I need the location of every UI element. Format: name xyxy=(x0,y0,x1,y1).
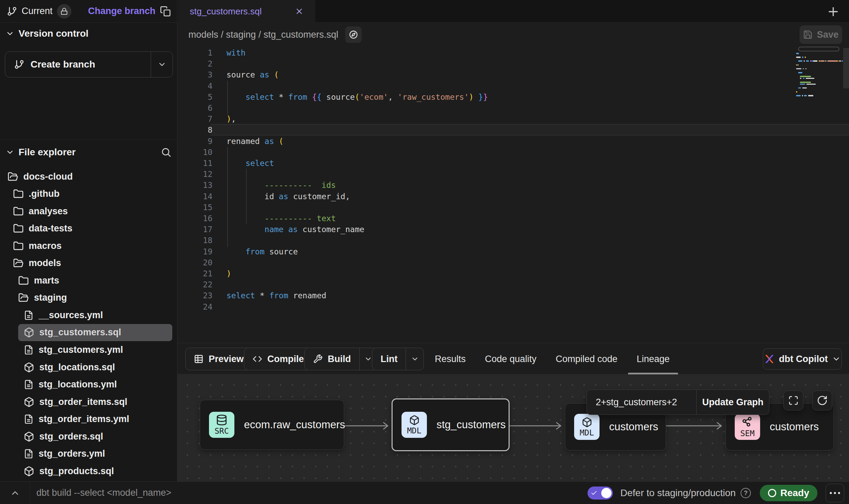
line-number: 15 xyxy=(184,202,212,213)
file-name: macros xyxy=(29,241,62,251)
line-number: 6 xyxy=(184,103,212,113)
lint-button[interactable]: Lint xyxy=(372,348,424,370)
status-badge-ready[interactable]: Ready xyxy=(760,485,817,501)
file-tree-item-analyses[interactable]: analyses xyxy=(8,203,173,220)
file-tree-item-stg-customers-yml[interactable]: stg_customers.yml xyxy=(18,341,173,359)
compile-button[interactable]: Compile xyxy=(244,348,313,370)
badge-label: MDL xyxy=(407,426,421,435)
lineage-selector-input[interactable]: 2+stg_customers+2 xyxy=(587,390,696,415)
code-line-3[interactable]: source as ( xyxy=(226,69,279,80)
minimap-viewport[interactable] xyxy=(798,47,839,51)
new-tab-button[interactable] xyxy=(826,5,840,19)
file-tree-item--sources-yml[interactable]: __sources.yml xyxy=(18,307,173,324)
file-tree-item-docs-cloud[interactable]: docs-cloud xyxy=(2,168,172,185)
file-name: stg_products.sql xyxy=(39,466,114,477)
save-button[interactable]: Save xyxy=(800,25,842,44)
file-tree-item-stg-order-items-yml[interactable]: stg_order_items.yml xyxy=(18,411,173,428)
line-number: 8 xyxy=(184,124,212,135)
fullscreen-icon xyxy=(788,395,799,406)
lineage-node-stg-customers[interactable]: MDLstg_customers xyxy=(392,398,510,451)
lineage-node-ecom-raw-customers[interactable]: SRCecom.raw_customers xyxy=(200,400,344,450)
line-number: 21 xyxy=(184,268,212,279)
close-icon[interactable] xyxy=(295,7,304,16)
current-line-highlight xyxy=(210,124,849,135)
refresh-graph-button[interactable] xyxy=(812,391,832,410)
editor-scrollbar-thumb[interactable] xyxy=(843,48,849,88)
line-number: 12 xyxy=(184,169,212,180)
panel-tab-code-quality[interactable]: Code quality xyxy=(485,343,536,375)
file-icon xyxy=(24,380,34,389)
cube-icon xyxy=(24,431,34,442)
file-explorer-header[interactable]: File explorer xyxy=(5,147,172,158)
code-line-23[interactable]: select * from renamed xyxy=(226,290,326,301)
file-name: docs-cloud xyxy=(23,171,73,182)
update-graph-button[interactable]: Update Graph xyxy=(696,390,769,415)
folder-icon xyxy=(13,189,24,199)
help-icon[interactable]: ? xyxy=(741,488,751,498)
code-line-19[interactable]: from source xyxy=(226,246,298,257)
code-line-7[interactable]: ), xyxy=(226,113,236,124)
folder-icon xyxy=(13,241,24,251)
change-branch-link[interactable]: Change branch xyxy=(88,6,155,16)
code-editor[interactable]: 123456789101112131415161718192021222324 … xyxy=(177,47,849,343)
preview-button[interactable]: Preview xyxy=(185,348,252,370)
panel-tab-results[interactable]: Results xyxy=(435,343,466,375)
node-type-badge: MDL xyxy=(402,412,427,438)
file-tree-item-stg-products-sql[interactable]: stg_products.sql xyxy=(18,463,173,480)
file-tree-item-marts[interactable]: marts xyxy=(13,272,172,289)
file-tree-item-stg-locations-sql[interactable]: stg_locations.sql xyxy=(18,359,173,376)
more-options-button[interactable] xyxy=(826,484,844,502)
code-line-21[interactable]: ) xyxy=(226,268,231,279)
code-line-17[interactable]: name as customer_name xyxy=(226,224,364,235)
node-type-badge: SRC xyxy=(209,412,234,438)
line-number: 7 xyxy=(184,113,212,124)
code-line-14[interactable]: id as customer_id, xyxy=(226,191,350,202)
line-number: 9 xyxy=(184,136,212,147)
copilot-compass-button[interactable] xyxy=(345,26,362,43)
file-tree-item-stg-locations-yml[interactable]: stg_locations.yml xyxy=(18,376,173,393)
code-line-5[interactable]: select * from {{ source('ecom', 'raw_cus… xyxy=(226,92,488,103)
branch-bar: Current Change branch xyxy=(0,0,177,23)
file-tree-item-data-tests[interactable]: data-tests xyxy=(8,220,173,237)
build-button[interactable]: Build xyxy=(304,348,377,370)
code-line-11[interactable]: select xyxy=(226,158,274,169)
button-label: Compile xyxy=(267,354,304,364)
dbt-copilot-button[interactable]: dbt Copilot xyxy=(763,348,842,370)
code-line-9[interactable]: renamed as ( xyxy=(226,136,283,147)
file-tree-item-macros[interactable]: macros xyxy=(8,237,173,254)
command-input[interactable]: dbt build --select <model_name> xyxy=(30,488,588,498)
version-control-header[interactable]: Version control xyxy=(5,28,172,39)
lint-dropdown[interactable] xyxy=(406,348,423,370)
file-tree-item-stg-customers-sql[interactable]: stg_customers.sql xyxy=(18,324,173,341)
panel-tab-compiled-code[interactable]: Compiled code xyxy=(556,343,617,375)
copy-branch-button[interactable] xyxy=(160,6,171,17)
file-tree-item-stg-orders-sql[interactable]: stg_orders.sql xyxy=(18,428,173,445)
file-tree-item--github[interactable]: .github xyxy=(8,185,173,203)
folder-icon xyxy=(13,223,24,234)
code-line-13[interactable]: ---------- ids xyxy=(226,180,336,191)
defer-toggle[interactable] xyxy=(588,487,613,500)
code-line-16[interactable]: ---------- text xyxy=(226,213,336,224)
fullscreen-button[interactable] xyxy=(783,391,803,410)
refresh-icon xyxy=(817,395,828,406)
file-name: stg_orders.sql xyxy=(39,431,103,442)
button-label: Lint xyxy=(381,354,397,364)
dbt-copilot-logo-icon xyxy=(764,353,775,364)
tab-stg-customers-sql[interactable]: stg_customers.sql xyxy=(178,0,315,23)
file-tree-item-staging[interactable]: staging xyxy=(13,289,172,307)
file-tree-item-stg-order-items-sql[interactable]: stg_order_items.sql xyxy=(18,393,173,410)
search-icon[interactable] xyxy=(161,147,172,158)
expand-command-bar-button[interactable] xyxy=(0,482,30,504)
badge-label: MDL xyxy=(580,428,594,437)
code-line-1[interactable]: with xyxy=(226,47,245,58)
file-tree-item-stg-orders-yml[interactable]: stg_orders.yml xyxy=(18,445,173,463)
toggle-knob xyxy=(601,488,612,498)
panel-tab-lineage[interactable]: Lineage xyxy=(637,343,670,375)
file-tree-item-models[interactable]: models xyxy=(8,255,173,272)
line-number: 13 xyxy=(184,180,212,191)
create-branch-button[interactable]: Create branch xyxy=(5,51,173,77)
create-branch-dropdown[interactable] xyxy=(151,52,173,77)
file-name: data-tests xyxy=(29,223,73,234)
editor-header: models / staging / stg_customers.sql Sav… xyxy=(177,23,849,47)
line-number: 11 xyxy=(184,158,212,169)
